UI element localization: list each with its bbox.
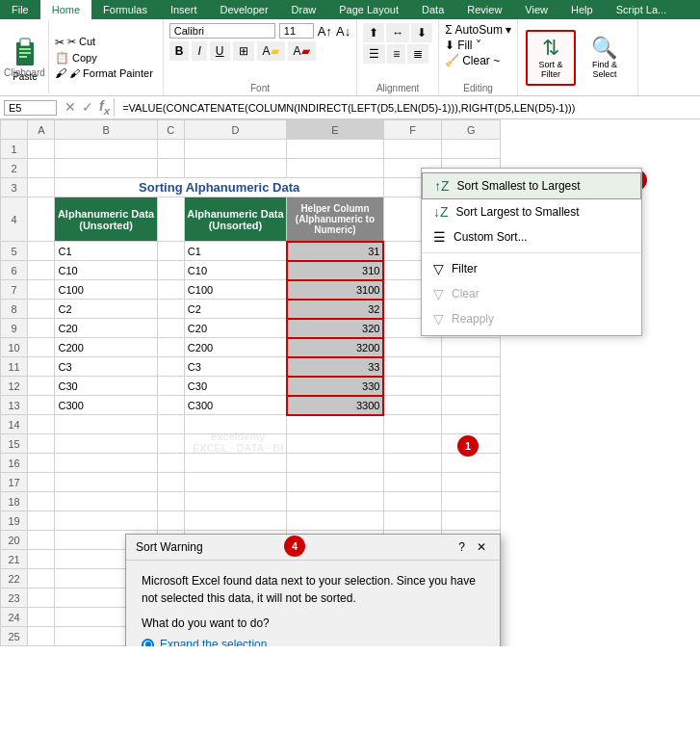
align-left-button[interactable]: ☰: [363, 44, 385, 64]
cell-a13[interactable]: [28, 396, 55, 415]
cell-b13[interactable]: C300: [55, 396, 157, 415]
cell-a12[interactable]: [28, 377, 55, 396]
cell-a2[interactable]: [28, 159, 55, 178]
cell-f1[interactable]: [383, 140, 442, 159]
dialog-close-icon[interactable]: ✕: [473, 540, 490, 554]
cell-e13[interactable]: 3300: [287, 396, 384, 415]
col-header-d[interactable]: D: [184, 120, 286, 140]
cell-e12[interactable]: 330: [287, 377, 384, 396]
font-shrink-icon[interactable]: A↓: [336, 24, 350, 39]
cell-e10[interactable]: 3200: [287, 338, 384, 357]
cell-b11[interactable]: C3: [55, 357, 157, 377]
cell-d5[interactable]: C1: [184, 242, 286, 261]
tab-draw[interactable]: Draw: [280, 0, 328, 19]
cell-e5[interactable]: 31: [287, 242, 384, 261]
font-grow-icon[interactable]: A↑: [318, 24, 332, 39]
cell-e2[interactable]: [287, 159, 384, 178]
col-header-g[interactable]: G: [442, 120, 501, 140]
tab-formulas[interactable]: Formulas: [91, 0, 159, 19]
col-header-b[interactable]: B: [55, 120, 157, 140]
align-bottom-button[interactable]: ⬇: [411, 23, 432, 42]
cell-d1[interactable]: [184, 140, 286, 159]
cell-a8[interactable]: [28, 300, 55, 319]
cell-a4[interactable]: [28, 197, 55, 242]
font-name-input[interactable]: [169, 23, 275, 39]
format-painter-button[interactable]: 🖌 🖌 Format Painter: [53, 65, 155, 81]
cell-d2[interactable]: [184, 159, 286, 178]
insert-function-icon[interactable]: fx: [99, 98, 110, 117]
cell-c1[interactable]: [157, 140, 184, 159]
custom-sort-item[interactable]: ☰ Custom Sort...: [422, 224, 641, 249]
cell-c9[interactable]: [157, 319, 184, 338]
tab-review[interactable]: Review: [455, 0, 513, 19]
paste-button[interactable]: Paste: [2, 21, 49, 93]
col-header-e[interactable]: E: [287, 120, 384, 140]
cell-c2[interactable]: [157, 159, 184, 178]
cell-b7[interactable]: C100: [55, 280, 157, 300]
cell-c7[interactable]: [157, 280, 184, 300]
cut-button[interactable]: ✂ ✂ Cut: [53, 35, 155, 50]
confirm-formula-icon[interactable]: ✓: [82, 99, 93, 115]
align-middle-button[interactable]: ↔: [386, 23, 409, 42]
cell-b9[interactable]: C20: [55, 319, 157, 338]
cell-e9[interactable]: 320: [287, 319, 384, 338]
cell-c11[interactable]: [157, 357, 184, 377]
italic-button[interactable]: I: [192, 41, 206, 61]
font-size-input[interactable]: [279, 23, 314, 39]
fill-button[interactable]: ⬇ Fill ˅: [445, 39, 511, 52]
tab-script-la[interactable]: Script La...: [605, 0, 679, 19]
cell-c8[interactable]: [157, 300, 184, 319]
cell-c13[interactable]: [157, 396, 184, 415]
cell-g12[interactable]: [442, 377, 501, 396]
cell-b6[interactable]: C10: [55, 261, 157, 280]
cell-g1[interactable]: [442, 140, 501, 159]
col-header-a[interactable]: A: [28, 120, 55, 140]
cell-c6[interactable]: [157, 261, 184, 280]
cell-e11[interactable]: 33: [287, 357, 384, 377]
underline-button[interactable]: U: [210, 41, 230, 61]
sort-smallest-largest-item[interactable]: ↑Z Sort Smallest to Largest: [422, 172, 641, 199]
copy-button[interactable]: 📋 Copy: [53, 50, 155, 65]
cell-c10[interactable]: [157, 338, 184, 357]
cell-b1[interactable]: [55, 140, 157, 159]
cell-d7[interactable]: C100: [184, 280, 286, 300]
tab-page-layout[interactable]: Page Layout: [327, 0, 410, 19]
cell-a9[interactable]: [28, 319, 55, 338]
cell-e7[interactable]: 3100: [287, 280, 384, 300]
cancel-formula-icon[interactable]: ✕: [65, 99, 76, 115]
bold-button[interactable]: B: [169, 41, 190, 61]
cell-a3[interactable]: [28, 178, 55, 197]
col-header-f[interactable]: F: [383, 120, 442, 140]
cell-d13[interactable]: C300: [184, 396, 286, 415]
cell-a11[interactable]: [28, 357, 55, 377]
borders-button[interactable]: ⊞: [233, 41, 254, 61]
sort-largest-smallest-item[interactable]: ↓Z Sort Largest to Smallest: [422, 199, 641, 224]
find-select-button[interactable]: 🔍 Find &Select: [580, 30, 630, 86]
cell-b10[interactable]: C200: [55, 338, 157, 357]
cell-d11[interactable]: C3: [184, 357, 286, 377]
expand-radio-button[interactable]: [142, 639, 154, 647]
cell-a7[interactable]: [28, 280, 55, 300]
tab-file[interactable]: File: [0, 0, 40, 19]
cell-f10[interactable]: [383, 338, 442, 357]
cell-c5[interactable]: [157, 242, 184, 261]
cell-d10[interactable]: C200: [184, 338, 286, 357]
tab-view[interactable]: View: [513, 0, 559, 19]
autosum-button[interactable]: Σ AutoSum ▾: [445, 23, 511, 37]
tab-developer[interactable]: Developer: [208, 0, 279, 19]
tab-home[interactable]: Home: [40, 0, 91, 19]
cell-c12[interactable]: [157, 377, 184, 396]
cell-a6[interactable]: [28, 261, 55, 280]
cell-e1[interactable]: [287, 140, 384, 159]
cell-g11[interactable]: [442, 357, 501, 377]
dialog-help-icon[interactable]: ?: [454, 540, 469, 554]
cell-f11[interactable]: [383, 357, 442, 377]
cell-e6[interactable]: 310: [287, 261, 384, 280]
cell-a10[interactable]: [28, 338, 55, 357]
cell-a5[interactable]: [28, 242, 55, 261]
formula-input[interactable]: [118, 101, 696, 115]
cell-d8[interactable]: C2: [184, 300, 286, 319]
tab-insert[interactable]: Insert: [159, 0, 209, 19]
cell-b12[interactable]: C30: [55, 377, 157, 396]
cell-f12[interactable]: [383, 377, 442, 396]
